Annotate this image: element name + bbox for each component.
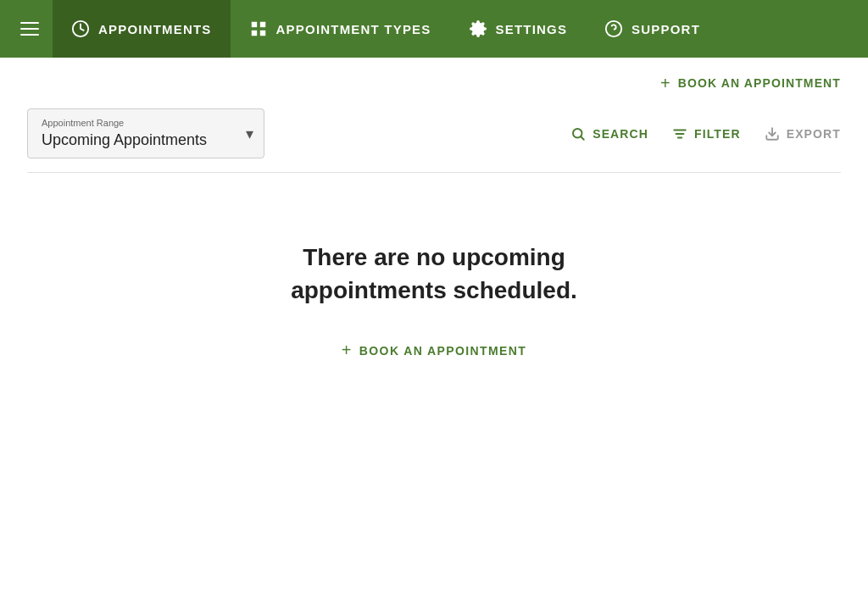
filter-button[interactable]: FILTER [672, 126, 741, 142]
range-label: Appointment Range [42, 118, 230, 128]
nav-item-appointments[interactable]: APPOINTMENTS [53, 0, 231, 58]
top-action-bar: + BOOK AN APPOINTMENT [0, 58, 868, 102]
filter-label: FILTER [694, 127, 741, 141]
empty-state: There are no upcoming appointments sched… [0, 173, 868, 394]
search-label: SEARCH [593, 127, 648, 141]
nav-settings-label: SETTINGS [496, 22, 568, 36]
plus-icon-center: + [342, 341, 353, 360]
export-button[interactable]: EXPORT [765, 126, 841, 142]
nav-appointments-label: APPOINTMENTS [98, 22, 212, 36]
gear-icon [469, 19, 487, 38]
nav-appointment-types-label: APPOINTMENT TYPES [276, 22, 431, 36]
hamburger-menu[interactable] [14, 15, 46, 42]
svg-rect-4 [259, 31, 264, 36]
filter-icon [672, 126, 687, 142]
navbar: APPOINTMENTS APPOINTMENT TYPES SETTINGS … [0, 0, 868, 58]
nav-item-settings[interactable]: SETTINGS [450, 0, 587, 58]
book-appointment-label-center: BOOK AN APPOINTMENT [359, 344, 526, 358]
export-label: EXPORT [787, 127, 841, 141]
plus-icon-top: + [660, 75, 671, 92]
svg-rect-3 [251, 31, 256, 36]
svg-line-8 [581, 136, 584, 139]
filters-row: Appointment Range Upcoming Appointments … [0, 102, 868, 172]
nav-support-label: SUPPORT [632, 22, 700, 36]
range-value: Upcoming Appointments [42, 131, 207, 148]
clock-icon [71, 19, 90, 38]
appointment-range-select[interactable]: Appointment Range Upcoming Appointments … [27, 108, 264, 158]
svg-rect-1 [251, 22, 256, 27]
grid-icon [249, 19, 268, 38]
export-icon [765, 126, 780, 142]
nav-item-appointment-types[interactable]: APPOINTMENT TYPES [231, 0, 450, 58]
book-appointment-button-center[interactable]: + BOOK AN APPOINTMENT [342, 341, 527, 360]
main-content: + BOOK AN APPOINTMENT Appointment Range … [0, 58, 868, 394]
empty-state-message: There are no upcoming appointments sched… [222, 241, 646, 307]
search-icon [570, 126, 586, 142]
chevron-down-icon: ▾ [246, 125, 253, 143]
book-appointment-button-top[interactable]: + BOOK AN APPOINTMENT [660, 75, 841, 92]
svg-rect-2 [259, 22, 264, 27]
question-icon [604, 19, 623, 38]
nav-item-support[interactable]: SUPPORT [586, 0, 719, 58]
search-button[interactable]: SEARCH [570, 126, 648, 142]
action-buttons: SEARCH FILTER EXPORT [570, 126, 841, 142]
book-appointment-label-top: BOOK AN APPOINTMENT [678, 76, 841, 90]
